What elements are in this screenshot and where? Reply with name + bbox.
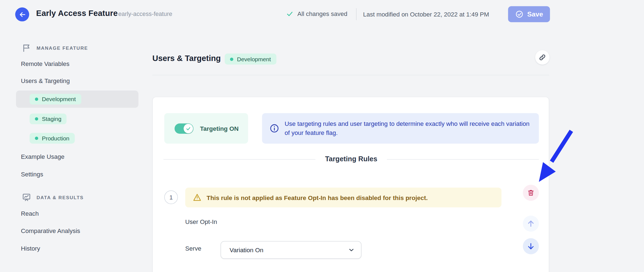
sidebar-section-label: DATA & RESULTS [36, 195, 84, 200]
section-divider [152, 75, 549, 75]
arrow-left-icon [18, 10, 26, 18]
link-icon [538, 54, 546, 61]
delete-rule-button[interactable] [523, 185, 539, 201]
info-circle-icon [269, 123, 279, 133]
environment-badge-label: Development [237, 56, 271, 62]
sidebar-env-staging[interactable]: Staging [30, 113, 67, 124]
targeting-toggle-label: Targeting ON [200, 125, 239, 132]
sidebar-env-production[interactable]: Production [30, 133, 75, 144]
sidebar-item-settings[interactable]: Settings [21, 171, 43, 177]
move-rule-down-button[interactable] [523, 238, 539, 254]
screenshot-viewport: Early Access Feature early-access-featur… [0, 0, 644, 272]
sidebar-item-users-targeting[interactable]: Users & Targeting [21, 77, 70, 84]
trash-icon [527, 189, 535, 196]
sidebar-section-label: MANAGE FEATURE [36, 45, 88, 50]
check-icon [286, 10, 293, 17]
serve-variation-dropdown[interactable]: Variation On [221, 241, 361, 259]
sidebar-section-data-results: DATA & RESULTS [22, 193, 84, 202]
sidebar-item-remote-variables[interactable]: Remote Variables [21, 60, 69, 67]
save-button-label: Save [527, 10, 543, 18]
serve-label: Serve [185, 245, 201, 252]
rule-warning-text: This rule is not applied as Feature Opt-… [207, 194, 428, 201]
back-button[interactable] [15, 7, 29, 21]
env-label: Staging [42, 116, 61, 122]
rules-heading-label: Targeting Rules [325, 155, 377, 163]
rule-warning-banner: This rule is not applied as Feature Opt-… [185, 188, 501, 207]
rule-number-badge: 1 [164, 190, 178, 204]
arrow-up-icon [527, 219, 535, 228]
sidebar-item-history[interactable]: History [21, 245, 40, 252]
page-title: Users & Targeting [152, 54, 221, 63]
check-circle-icon [515, 10, 523, 18]
sidebar-env-development[interactable]: Development [30, 94, 81, 104]
feature-title: Early Access Feature [36, 9, 118, 18]
arrow-down-icon [527, 242, 535, 251]
env-dot-icon [35, 137, 38, 140]
sidebar-section-manage-feature: MANAGE FEATURE [22, 43, 88, 52]
toggle-knob [183, 124, 193, 133]
save-button[interactable]: Save [508, 6, 550, 22]
targeting-card: Targeting ON Use targeting rules and use… [152, 97, 549, 272]
env-dot-icon [35, 117, 38, 121]
presentation-chart-icon [22, 193, 31, 202]
permalink-button[interactable] [535, 50, 549, 65]
move-rule-up-button[interactable] [523, 216, 539, 232]
warning-triangle-icon [193, 193, 202, 202]
flag-icon [22, 43, 31, 52]
save-status-text: All changes saved [297, 10, 347, 17]
rules-heading-line-left [163, 159, 316, 159]
targeting-toggle[interactable] [174, 123, 193, 134]
env-dot-icon [230, 57, 233, 61]
targeting-rules-heading: Targeting Rules [163, 155, 539, 163]
sidebar-item-example-usage[interactable]: Example Usage [21, 153, 64, 160]
rule-definition-label: User Opt-In [185, 218, 217, 225]
chevron-down-icon [348, 246, 355, 253]
sidebar-item-reach[interactable]: Reach [21, 210, 39, 217]
rules-heading-line-right [387, 159, 539, 159]
sidebar-item-comparative-analysis[interactable]: Comparative Analysis [21, 227, 80, 234]
feature-flag-app: Early Access Feature early-access-featur… [0, 0, 644, 272]
save-status: All changes saved [286, 10, 348, 17]
feature-slug: early-access-feature [118, 11, 172, 17]
serve-dropdown-value: Variation On [230, 246, 263, 253]
environment-badge: Development [225, 54, 276, 65]
targeting-info-text: Use targeting rules and user targeting t… [285, 119, 531, 138]
last-modified-text: Last modified on October 22, 2022 at 1:4… [363, 11, 489, 18]
env-label: Production [42, 135, 69, 141]
env-label: Development [42, 96, 76, 102]
targeting-info-banner: Use targeting rules and user targeting t… [262, 113, 539, 144]
env-dot-icon [35, 98, 38, 101]
header-divider [356, 8, 356, 20]
targeting-toggle-container: Targeting ON [164, 113, 248, 144]
